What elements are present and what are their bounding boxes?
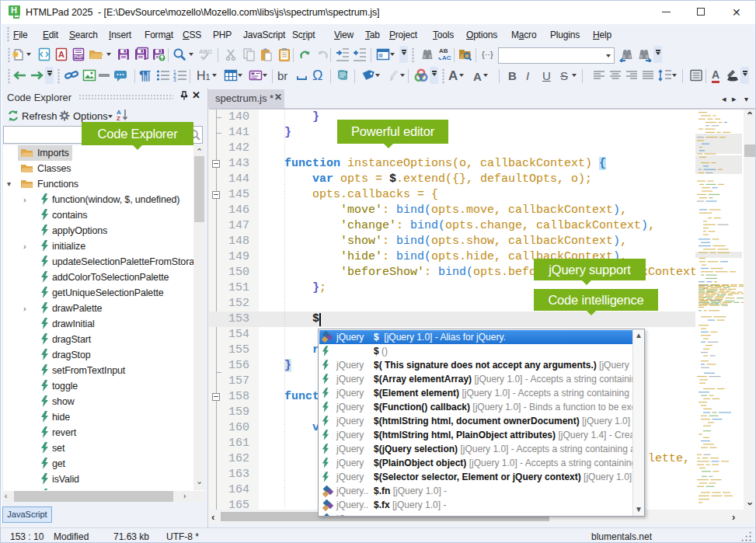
- svg-text:AC: AC: [442, 54, 451, 61]
- svg-text:ABC: ABC: [199, 48, 213, 55]
- svg-text:PHP: PHP: [74, 54, 83, 59]
- svg-text:3: 3: [173, 77, 176, 82]
- svg-text:AB: AB: [439, 47, 448, 54]
- svg-text:{··}: {··}: [482, 50, 493, 59]
- svg-text:Z: Z: [117, 115, 120, 122]
- svg-text:A: A: [58, 50, 64, 59]
